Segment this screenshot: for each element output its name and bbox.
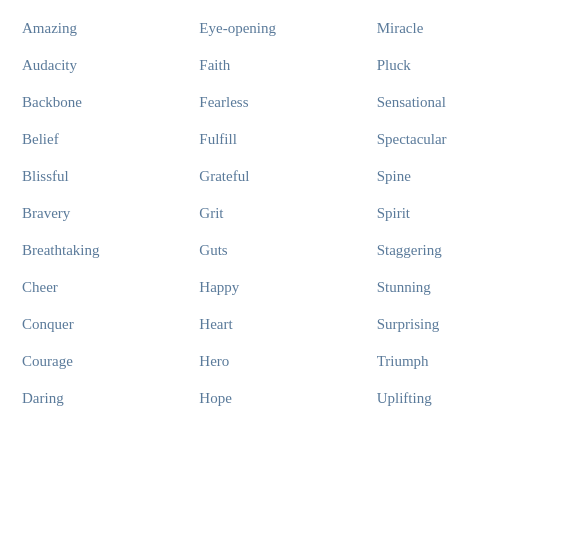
word-item-col3-row10: Triumph (371, 343, 548, 380)
word-item-col2-row1: Eye-opening (193, 10, 370, 47)
word-item-col3-row6: Spirit (371, 195, 548, 232)
word-item-col2-row10: Hero (193, 343, 370, 380)
word-item-col2-row9: Heart (193, 306, 370, 343)
word-item-col3-row11: Uplifting (371, 380, 548, 417)
word-item-col2-row8: Happy (193, 269, 370, 306)
word-grid: AmazingEye-openingMiracleAudacityFaithPl… (16, 10, 548, 417)
word-item-col3-row4: Spectacular (371, 121, 548, 158)
word-item-col2-row7: Guts (193, 232, 370, 269)
word-item-col1-row4: Belief (16, 121, 193, 158)
word-item-col3-row9: Surprising (371, 306, 548, 343)
word-item-col1-row1: Amazing (16, 10, 193, 47)
word-item-col2-row3: Fearless (193, 84, 370, 121)
word-item-col2-row4: Fulfill (193, 121, 370, 158)
word-item-col1-row7: Breathtaking (16, 232, 193, 269)
word-item-col3-row7: Staggering (371, 232, 548, 269)
word-item-col3-row1: Miracle (371, 10, 548, 47)
word-item-col2-row5: Grateful (193, 158, 370, 195)
word-item-col2-row6: Grit (193, 195, 370, 232)
word-item-col1-row9: Conquer (16, 306, 193, 343)
word-item-col1-row6: Bravery (16, 195, 193, 232)
word-item-col1-row10: Courage (16, 343, 193, 380)
word-item-col1-row8: Cheer (16, 269, 193, 306)
word-item-col1-row5: Blissful (16, 158, 193, 195)
word-item-col3-row5: Spine (371, 158, 548, 195)
word-item-col1-row2: Audacity (16, 47, 193, 84)
word-item-col3-row3: Sensational (371, 84, 548, 121)
word-item-col3-row8: Stunning (371, 269, 548, 306)
word-item-col1-row11: Daring (16, 380, 193, 417)
word-item-col3-row2: Pluck (371, 47, 548, 84)
word-item-col1-row3: Backbone (16, 84, 193, 121)
word-item-col2-row11: Hope (193, 380, 370, 417)
word-item-col2-row2: Faith (193, 47, 370, 84)
